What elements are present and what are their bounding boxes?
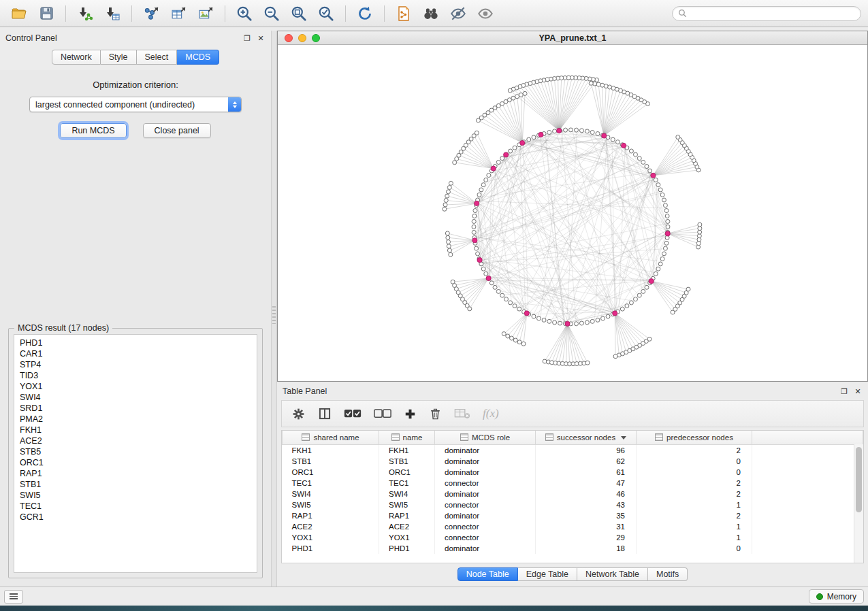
table-row[interactable]: ACE2ACE2connector311	[283, 521, 863, 532]
table-cell[interactable]	[752, 532, 863, 543]
table-cell[interactable]: STB1	[379, 456, 435, 467]
list-item[interactable]: TEC1	[20, 501, 251, 512]
table-cell[interactable]: 1	[637, 532, 752, 543]
table-cell[interactable]: connector	[435, 499, 536, 510]
table-cell[interactable]: TEC1	[283, 478, 379, 489]
close-panel-icon[interactable]: ✕	[256, 33, 266, 43]
table-row[interactable]: SWI5SWI5connector431	[283, 499, 863, 510]
table-row[interactable]: TEC1TEC1connector472	[283, 478, 863, 489]
network-canvas[interactable]	[278, 45, 867, 381]
table-cell[interactable]: dominator	[435, 467, 536, 478]
table-cell[interactable]: SWI4	[283, 489, 379, 499]
column-header-name[interactable]: name	[379, 431, 435, 445]
table-row[interactable]: ORC1ORC1dominator610	[283, 467, 863, 478]
list-item[interactable]: ORC1	[20, 457, 251, 468]
table-cell[interactable]: SWI5	[379, 499, 435, 510]
export-image-button[interactable]	[193, 3, 218, 24]
criterion-dropdown[interactable]: largest connected component (undirected)	[29, 97, 242, 112]
table-cell[interactable]: RAP1	[283, 510, 379, 521]
float-panel-icon[interactable]: ❐	[242, 33, 252, 43]
hide-button[interactable]	[446, 3, 470, 24]
list-item[interactable]: RAP1	[20, 468, 251, 479]
table-cell[interactable]: 47	[536, 478, 637, 489]
table-cell[interactable]: 18	[536, 543, 637, 554]
tab-node-table[interactable]: Node Table	[457, 567, 518, 581]
table-cell[interactable]	[752, 521, 863, 532]
table-cell[interactable]: 29	[536, 532, 637, 543]
table-cell[interactable]: dominator	[435, 456, 536, 467]
table-cell[interactable]: 46	[536, 489, 637, 499]
table-cell[interactable]: 35	[536, 510, 637, 521]
table-cell[interactable]: connector	[435, 521, 536, 532]
table-cell[interactable]: ACE2	[283, 521, 379, 532]
tab-motifs[interactable]: Motifs	[648, 567, 688, 581]
table-cell[interactable]: 61	[536, 467, 637, 478]
tab-style[interactable]: Style	[101, 50, 137, 65]
search-input[interactable]	[691, 8, 855, 19]
new-network-button[interactable]	[139, 3, 163, 24]
list-item[interactable]: STP4	[20, 359, 251, 370]
table-cell[interactable]: SWI5	[283, 499, 379, 510]
tab-network-table[interactable]: Network Table	[577, 567, 648, 581]
share-document-button[interactable]	[391, 3, 416, 24]
table-cell[interactable]: connector	[435, 532, 536, 543]
table-cell[interactable]	[752, 456, 863, 467]
table-cell[interactable]: dominator	[435, 489, 536, 499]
zoom-in-button[interactable]	[232, 3, 257, 24]
table-cell[interactable]: 0	[637, 467, 752, 478]
tab-edge-table[interactable]: Edge Table	[518, 567, 577, 581]
table-cell[interactable]: YOX1	[379, 532, 435, 543]
column-header-predecessor_nodes[interactable]: predecessor nodes	[637, 431, 752, 445]
table-cell[interactable]	[752, 445, 863, 457]
save-button[interactable]	[34, 3, 59, 24]
list-item[interactable]: PMA2	[20, 414, 251, 425]
table-cell[interactable]: FKH1	[379, 445, 435, 457]
table-cell[interactable]: YOX1	[283, 532, 379, 543]
zoom-selected-button[interactable]	[314, 3, 338, 24]
column-header-successor_nodes[interactable]: successor nodes	[536, 431, 637, 445]
table-cell[interactable]: 0	[637, 543, 752, 554]
list-item[interactable]: STB1	[20, 479, 251, 490]
table-scrollbar[interactable]	[854, 444, 863, 563]
mcds-result-list[interactable]: PHD1CAR1STP4TID3YOX1SWI4SRD1PMA2FKH1ACE2…	[14, 334, 257, 573]
list-item[interactable]: PHD1	[20, 337, 251, 348]
run-mcds-button[interactable]: Run MCDS	[60, 123, 126, 138]
close-panel-button[interactable]: Close panel	[143, 123, 211, 138]
list-item[interactable]: SWI4	[20, 392, 251, 403]
table-cell[interactable]: 2	[637, 510, 752, 521]
table-cell[interactable]: FKH1	[283, 445, 379, 457]
scrollbar-thumb[interactable]	[856, 447, 862, 512]
table-cell[interactable]: ACE2	[379, 521, 435, 532]
table-cell[interactable]: dominator	[435, 543, 536, 554]
sort-descending-icon[interactable]	[621, 436, 626, 440]
table-row[interactable]: PHD1PHD1dominator180	[283, 543, 863, 554]
search-field[interactable]	[672, 6, 861, 21]
table-cell[interactable]: SWI4	[379, 489, 435, 499]
new-table-button[interactable]	[166, 3, 191, 24]
zoom-out-button[interactable]	[259, 3, 284, 24]
tab-select[interactable]: Select	[137, 50, 178, 65]
list-item[interactable]: STB5	[20, 446, 251, 457]
deselect-all-button[interactable]	[374, 405, 391, 423]
table-cell[interactable]: TEC1	[379, 478, 435, 489]
list-item[interactable]: YOX1	[20, 381, 251, 392]
table-row[interactable]: YOX1YOX1connector291	[283, 532, 863, 543]
open-button[interactable]	[7, 3, 31, 24]
table-row[interactable]: STB1STB1dominator620	[283, 456, 863, 467]
table-cell[interactable]: 1	[637, 521, 752, 532]
table-cell[interactable]: connector	[435, 478, 536, 489]
table-cell[interactable]: 0	[637, 456, 752, 467]
select-all-button[interactable]	[344, 405, 361, 423]
list-item[interactable]: CAR1	[20, 348, 251, 359]
table-row[interactable]: RAP1RAP1dominator352	[283, 510, 863, 521]
table-cell[interactable]: 1	[637, 499, 752, 510]
table-settings-button[interactable]	[291, 405, 306, 423]
float-panel-icon[interactable]: ❐	[839, 386, 849, 396]
import-table-button[interactable]	[100, 3, 125, 24]
binoculars-button[interactable]	[419, 3, 443, 24]
table-cell[interactable]: 96	[536, 445, 637, 457]
table-cell[interactable]: STB1	[283, 456, 379, 467]
import-network-button[interactable]	[73, 3, 97, 24]
table-row[interactable]: SWI4SWI4dominator462	[283, 489, 863, 499]
show-columns-button[interactable]	[318, 405, 332, 423]
